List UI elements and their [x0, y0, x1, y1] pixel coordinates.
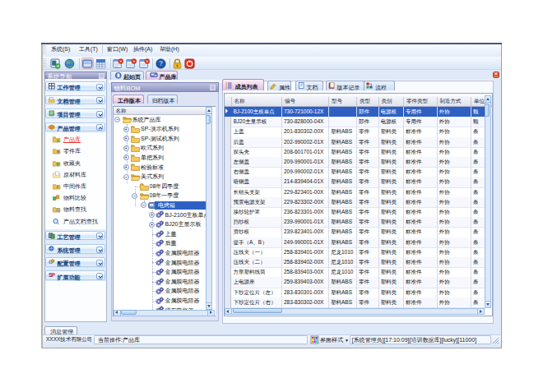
svg-text:?: ? [159, 59, 163, 67]
svg-text:P: P [52, 273, 56, 279]
